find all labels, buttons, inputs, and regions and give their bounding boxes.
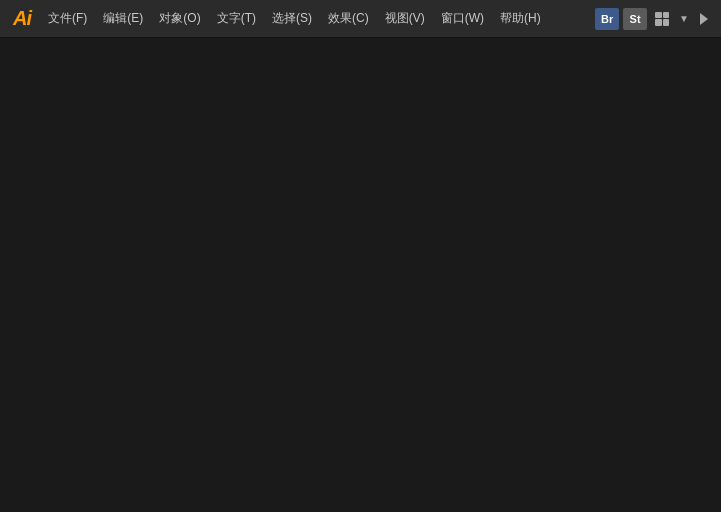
menu-bar: Ai 文件(F) 编辑(E) 对象(O) 文字(T) 选择(S) 效果(C) 视… xyxy=(0,0,721,38)
layout-dropdown-button[interactable]: ▼ xyxy=(677,13,691,24)
menu-object[interactable]: 对象(O) xyxy=(151,0,208,37)
menu-view[interactable]: 视图(V) xyxy=(377,0,433,37)
ai-logo: Ai xyxy=(4,1,40,37)
grid-icon xyxy=(655,12,669,26)
ai-logo-text: Ai xyxy=(13,7,31,30)
layout-grid-button[interactable] xyxy=(651,8,673,30)
menu-edit[interactable]: 编辑(E) xyxy=(95,0,151,37)
bridge-label: Br xyxy=(601,13,613,25)
right-controls: Br St ▼ xyxy=(595,8,717,30)
menu-file[interactable]: 文件(F) xyxy=(40,0,95,37)
menu-text[interactable]: 文字(T) xyxy=(209,0,264,37)
grid-cell-2 xyxy=(663,12,670,19)
svg-marker-0 xyxy=(700,13,708,25)
menu-items-container: 文件(F) 编辑(E) 对象(O) 文字(T) 选择(S) 效果(C) 视图(V… xyxy=(40,0,595,37)
menu-window[interactable]: 窗口(W) xyxy=(433,0,492,37)
menu-help[interactable]: 帮助(H) xyxy=(492,0,549,37)
grid-cell-1 xyxy=(655,12,662,19)
grid-cell-4 xyxy=(663,19,670,26)
grid-cell-3 xyxy=(655,19,662,26)
stock-button[interactable]: St xyxy=(623,8,647,30)
main-content xyxy=(0,38,721,512)
bridge-button[interactable]: Br xyxy=(595,8,619,30)
menu-select[interactable]: 选择(S) xyxy=(264,0,320,37)
navigate-forward-button[interactable] xyxy=(695,10,713,28)
menu-effect[interactable]: 效果(C) xyxy=(320,0,377,37)
forward-arrow-icon xyxy=(696,11,712,27)
stock-label: St xyxy=(630,13,641,25)
